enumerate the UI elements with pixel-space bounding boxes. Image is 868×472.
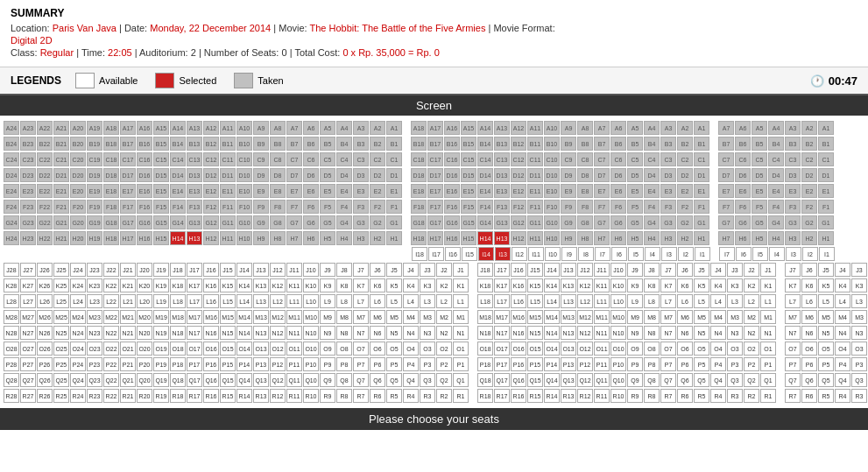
seat-b13[interactable]: B13 [187, 137, 202, 151]
seat-c11[interactable]: C11 [527, 152, 543, 166]
seat-e4[interactable]: E4 [644, 184, 660, 198]
seat-m13[interactable]: M13 [253, 310, 269, 324]
seat-f9[interactable]: F9 [253, 200, 269, 214]
seat-g6[interactable]: G6 [735, 215, 751, 229]
seat-b16[interactable]: B16 [444, 137, 460, 151]
seat-m4[interactable]: M4 [835, 310, 850, 324]
seat-l6[interactable]: L6 [677, 294, 693, 308]
seat-q6[interactable]: Q6 [370, 373, 385, 387]
seat-c8[interactable]: C8 [270, 152, 286, 166]
seat-l25[interactable]: L25 [53, 294, 69, 308]
seat-r17[interactable]: R17 [494, 389, 510, 403]
seat-n11[interactable]: N11 [286, 326, 302, 340]
seat-f4[interactable]: F4 [336, 200, 352, 214]
seat-h17[interactable]: H17 [120, 231, 136, 245]
seat-n18[interactable]: N18 [170, 326, 186, 340]
seat-e14[interactable]: E14 [170, 184, 186, 198]
seat-f20[interactable]: F20 [70, 200, 86, 214]
seat-k13[interactable]: K13 [561, 278, 576, 292]
seat-d24[interactable]: D24 [4, 168, 19, 182]
seat-p13[interactable]: P13 [561, 357, 576, 371]
seat-b10[interactable]: B10 [544, 137, 560, 151]
seat-f10[interactable]: F10 [544, 200, 560, 214]
seat-f2[interactable]: F2 [677, 200, 693, 214]
seat-e13[interactable]: E13 [187, 184, 202, 198]
seat-p5[interactable]: P5 [694, 357, 709, 371]
seat-h9[interactable]: H9 [561, 231, 576, 245]
seat-c1[interactable]: C1 [818, 152, 834, 166]
seat-f7[interactable]: F7 [718, 200, 734, 214]
seat-d20[interactable]: D20 [70, 168, 86, 182]
seat-a12[interactable]: A12 [203, 121, 219, 135]
seat-o24[interactable]: O24 [70, 342, 86, 356]
seat-i2[interactable]: I2 [678, 247, 694, 261]
seat-f7[interactable]: F7 [286, 200, 302, 214]
seat-r1[interactable]: R1 [760, 389, 776, 403]
seat-c15[interactable]: C15 [461, 152, 476, 166]
seat-a6[interactable]: A6 [303, 121, 319, 135]
seat-h9[interactable]: H9 [253, 231, 269, 245]
seat-d5[interactable]: D5 [752, 168, 767, 182]
seat-d4[interactable]: D4 [644, 168, 660, 182]
seat-f12[interactable]: F12 [511, 200, 526, 214]
seat-m28[interactable]: M28 [4, 310, 19, 324]
seat-p8[interactable]: P8 [336, 357, 352, 371]
seat-g12[interactable]: G12 [203, 215, 219, 229]
seat-o7[interactable]: O7 [353, 342, 369, 356]
seat-l8[interactable]: L8 [336, 294, 352, 308]
seat-q15[interactable]: Q15 [220, 373, 236, 387]
seat-m17[interactable]: M17 [494, 310, 510, 324]
seat-c13[interactable]: C13 [187, 152, 202, 166]
seat-c20[interactable]: C20 [70, 152, 86, 166]
seat-l20[interactable]: L20 [137, 294, 152, 308]
seat-c7[interactable]: C7 [286, 152, 302, 166]
seat-a3[interactable]: A3 [353, 121, 369, 135]
seat-n16[interactable]: N16 [203, 326, 219, 340]
seat-f24[interactable]: F24 [4, 200, 19, 214]
seat-m14[interactable]: M14 [236, 310, 252, 324]
seat-j3[interactable]: J3 [420, 263, 435, 277]
seat-o9[interactable]: O9 [627, 342, 643, 356]
seat-o10[interactable]: O10 [303, 342, 319, 356]
seat-l28[interactable]: L28 [4, 294, 19, 308]
seat-o18[interactable]: O18 [477, 342, 493, 356]
seat-a2[interactable]: A2 [677, 121, 693, 135]
seat-q11[interactable]: Q11 [594, 373, 610, 387]
seat-i17[interactable]: I17 [428, 247, 444, 261]
seat-l17[interactable]: L17 [494, 294, 510, 308]
seat-q9[interactable]: Q9 [627, 373, 643, 387]
seat-c14[interactable]: C14 [170, 152, 186, 166]
seat-f15[interactable]: F15 [153, 200, 169, 214]
seat-i13[interactable]: I13 [495, 247, 511, 261]
seat-b18[interactable]: B18 [103, 137, 119, 151]
seat-i5[interactable]: I5 [628, 247, 644, 261]
seat-g2[interactable]: G2 [801, 215, 817, 229]
seat-k15[interactable]: K15 [527, 278, 543, 292]
seat-e6[interactable]: E6 [735, 184, 751, 198]
seat-k7[interactable]: K7 [353, 278, 369, 292]
seat-q3[interactable]: Q3 [420, 373, 435, 387]
seat-l19[interactable]: L19 [153, 294, 169, 308]
seat-q17[interactable]: Q17 [494, 373, 510, 387]
seat-c9[interactable]: C9 [561, 152, 576, 166]
seat-p12[interactable]: P12 [577, 357, 593, 371]
seat-g16[interactable]: G16 [444, 215, 460, 229]
seat-m19[interactable]: M19 [153, 310, 169, 324]
seat-m27[interactable]: M27 [20, 310, 36, 324]
seat-q10[interactable]: Q10 [303, 373, 319, 387]
seat-o16[interactable]: O16 [203, 342, 219, 356]
seat-m16[interactable]: M16 [203, 310, 219, 324]
seat-e1[interactable]: E1 [386, 184, 402, 198]
seat-o5[interactable]: O5 [818, 342, 834, 356]
seat-b9[interactable]: B9 [561, 137, 576, 151]
seat-e18[interactable]: E18 [411, 184, 427, 198]
seat-b23[interactable]: B23 [20, 137, 36, 151]
seat-a14[interactable]: A14 [170, 121, 186, 135]
seat-c6[interactable]: C6 [735, 152, 751, 166]
seat-o16[interactable]: O16 [511, 342, 526, 356]
seat-b4[interactable]: B4 [336, 137, 352, 151]
seat-m3[interactable]: M3 [420, 310, 435, 324]
seat-i15[interactable]: I15 [462, 247, 477, 261]
seat-c4[interactable]: C4 [336, 152, 352, 166]
seat-a18[interactable]: A18 [411, 121, 427, 135]
